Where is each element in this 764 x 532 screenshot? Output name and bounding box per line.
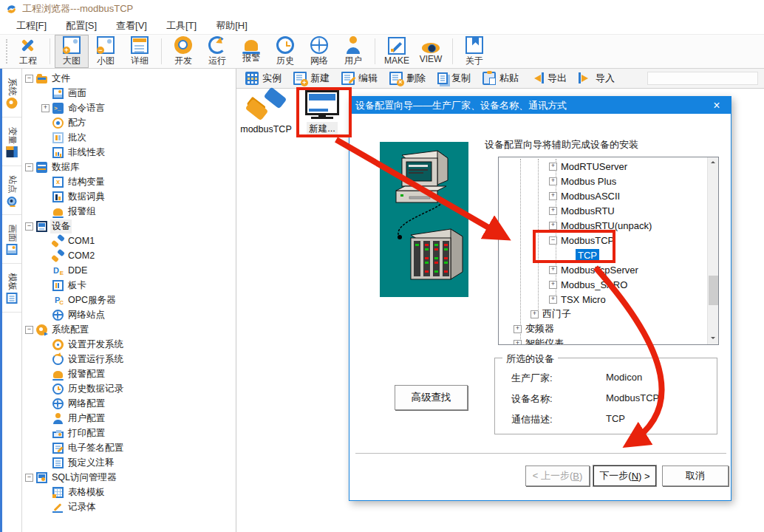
device-tree-item[interactable]: −ModbusTCP: [499, 233, 707, 248]
expander-icon[interactable]: −: [25, 222, 33, 231]
side-tab-变量[interactable]: 变量: [2, 117, 21, 166]
tree-item[interactable]: 非线性表: [22, 145, 236, 160]
tree-item[interactable]: 记录体: [22, 499, 236, 514]
device-tree-item[interactable]: +TSX Micro: [499, 292, 707, 307]
tree-item[interactable]: 设置运行系统: [22, 352, 236, 366]
tree-item[interactable]: 报警配置: [22, 366, 236, 381]
toolbar-button-tools[interactable]: 工程: [11, 35, 45, 68]
toolbar-button-make[interactable]: MAKE: [380, 35, 414, 68]
toolbar2-button-instance[interactable]: 实例: [239, 69, 287, 88]
tree-item[interactable]: 画面: [22, 86, 236, 100]
toolbar-button-alarm[interactable]: 报警: [234, 35, 268, 68]
expander-icon[interactable]: −: [25, 75, 33, 83]
scrollbar-thumb[interactable]: [709, 276, 718, 305]
tree-item[interactable]: 数据词典: [22, 189, 236, 204]
toolbar-button-small-image[interactable]: 小图: [89, 35, 123, 68]
toolbar-button-view[interactable]: VIEW: [414, 35, 448, 68]
toolbar2-button-paste[interactable]: 粘贴: [477, 69, 525, 88]
tree-item[interactable]: −设备: [22, 219, 236, 233]
expander-icon[interactable]: −: [549, 236, 557, 245]
expander-icon[interactable]: −: [25, 326, 33, 334]
device-tree-item[interactable]: +变频器: [499, 321, 707, 336]
expander-icon[interactable]: +: [549, 177, 557, 185]
device-tree-item[interactable]: +Modbus_SARO: [499, 277, 707, 292]
tree-item[interactable]: −数据库: [22, 160, 236, 174]
side-tab-模板[interactable]: 模板: [2, 264, 21, 313]
expander-icon[interactable]: −: [25, 163, 33, 171]
expander-icon[interactable]: +: [549, 296, 557, 304]
search-input[interactable]: [647, 72, 758, 85]
tree-item[interactable]: 网络站点: [22, 307, 236, 322]
tree-item[interactable]: 历史数据记录: [22, 381, 236, 396]
tree-item[interactable]: OPC服务器: [22, 293, 236, 307]
expander-icon[interactable]: +: [549, 281, 557, 289]
menu-item[interactable]: 帮助[H]: [207, 17, 256, 35]
tree-item[interactable]: 配方: [22, 115, 236, 130]
expander-icon[interactable]: −: [25, 474, 33, 482]
scroll-down-icon[interactable]: [708, 332, 719, 344]
toolbar-button-detail[interactable]: 详细: [123, 35, 157, 68]
back-button[interactable]: < 上一步(B): [525, 466, 590, 486]
device-tree-item[interactable]: +Modbus Plus: [499, 174, 707, 188]
scroll-up-icon[interactable]: [708, 157, 719, 169]
tree-item[interactable]: 板卡: [22, 278, 236, 293]
toolbar2-button-edit-doc[interactable]: 编辑: [335, 69, 383, 88]
canvas-item-modbusTCP[interactable]: modbusTCP: [238, 92, 294, 135]
device-listbox[interactable]: +ModRTUServer+Modbus Plus+ModbusASCII+Mo…: [498, 157, 719, 345]
toolbar-button-about[interactable]: 关于: [457, 35, 491, 68]
toolbar-button-user[interactable]: 用户: [336, 35, 370, 68]
toolbar-button-big-image[interactable]: 大图: [55, 35, 89, 68]
device-tree-item[interactable]: +ModbusRTU(unpack): [499, 218, 707, 233]
expander-icon[interactable]: +: [514, 340, 522, 346]
tree-item[interactable]: −SQL访问管理器: [22, 470, 236, 485]
toolbar2-button-copy[interactable]: 复制: [432, 69, 477, 88]
tree-item[interactable]: 网络配置: [22, 396, 236, 411]
tree-item[interactable]: 表格模板: [22, 485, 236, 499]
cancel-button[interactable]: 取消: [662, 466, 729, 486]
tree-item[interactable]: 设置开发系统: [22, 337, 236, 352]
menu-item[interactable]: 工具[T]: [157, 17, 205, 35]
expander-icon[interactable]: +: [549, 222, 557, 230]
tree-item[interactable]: 打印配置: [22, 426, 236, 440]
expander-icon[interactable]: +: [549, 207, 557, 215]
device-tree-item[interactable]: TCP: [499, 248, 707, 262]
tree-item[interactable]: DDE: [22, 263, 236, 278]
toolbar2-button-delete-doc[interactable]: 删除: [383, 69, 432, 88]
device-tree-item[interactable]: +ModbusTcpServer: [499, 262, 707, 277]
menu-item[interactable]: 工程[F]: [7, 17, 55, 35]
toolbar-button-network[interactable]: 网络: [302, 35, 336, 68]
toolbar-button-history[interactable]: 历史: [268, 35, 302, 68]
tree-item[interactable]: 电子签名配置: [22, 440, 236, 455]
device-tree-item[interactable]: +ModRTUServer: [499, 159, 707, 174]
side-tab-画面[interactable]: 画面: [2, 215, 21, 264]
toolbar2-button-import[interactable]: 导入: [573, 69, 621, 88]
tree-item[interactable]: COM2: [22, 248, 236, 263]
menu-item[interactable]: 查看[V]: [107, 17, 156, 35]
tree-item[interactable]: −系统配置: [22, 322, 236, 337]
tree-item[interactable]: 报警组: [22, 204, 236, 219]
toolbar-button-run[interactable]: 运行: [200, 35, 234, 68]
tree-item[interactable]: 结构变量: [22, 174, 236, 189]
tree-item[interactable]: +命令语言: [22, 100, 236, 115]
close-icon[interactable]: ×: [709, 99, 725, 112]
canvas-item-新建...[interactable]: 新建...: [294, 90, 350, 136]
expander-icon[interactable]: +: [549, 163, 557, 171]
device-tree-item[interactable]: +西门子: [499, 307, 707, 321]
device-tree-item[interactable]: +ModbusASCII: [499, 188, 707, 203]
menu-item[interactable]: 配置[S]: [57, 17, 106, 35]
device-tree-item[interactable]: +ModbusRTU: [499, 203, 707, 218]
expander-icon[interactable]: +: [41, 104, 50, 112]
side-tab-站点[interactable]: 站点: [2, 166, 21, 215]
expander-icon[interactable]: +: [531, 310, 539, 318]
expander-icon[interactable]: +: [549, 192, 557, 200]
expander-icon[interactable]: +: [549, 266, 557, 274]
tree-item[interactable]: 批次: [22, 130, 236, 145]
listbox-scrollbar[interactable]: [707, 157, 718, 344]
advanced-find-button[interactable]: 高级查找: [395, 385, 468, 410]
next-button[interactable]: 下一步(N) >: [593, 466, 656, 486]
tree-item[interactable]: −文件: [22, 71, 236, 86]
expander-icon[interactable]: +: [514, 325, 522, 333]
dialog-titlebar[interactable]: 设备配置向导——生产厂家、设备名称、通讯方式 ×: [349, 97, 731, 114]
toolbar2-button-new-doc[interactable]: 新建: [287, 69, 335, 88]
side-tab-系统[interactable]: 系统: [2, 69, 21, 117]
